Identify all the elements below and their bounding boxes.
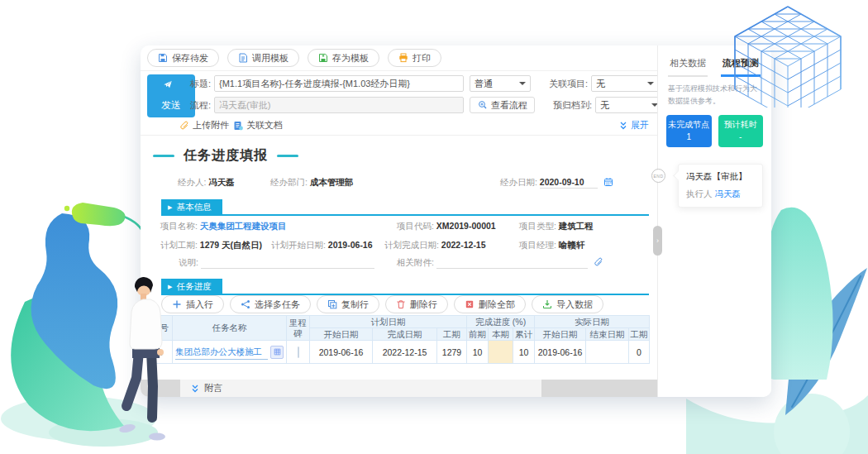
load-template-button[interactable]: 调用模板: [227, 49, 299, 67]
related-doc-link[interactable]: 关联文档: [233, 119, 283, 131]
progress-current-cell[interactable]: [489, 341, 513, 364]
project-name-value[interactable]: 天奥集团工程建设项目: [200, 221, 287, 231]
attachment-input[interactable]: [436, 257, 588, 269]
task-progress-tab[interactable]: ▶任务进度: [161, 279, 222, 294]
delete-row-button[interactable]: 删除行: [385, 295, 448, 313]
priority-value: 普通: [475, 78, 493, 90]
progress-pre-header: 前期: [467, 328, 489, 341]
progress-current-header: 本期: [489, 328, 513, 341]
share-nodes-icon: [241, 299, 250, 309]
actual-start-cell[interactable]: 2019-06-16: [535, 341, 586, 364]
save-template-button[interactable]: 存为模板: [308, 49, 379, 67]
print-button[interactable]: 打印: [388, 49, 441, 67]
flow-label: 流程:: [186, 99, 211, 112]
col-index-header: 序号: [148, 316, 173, 341]
actual-end-cell[interactable]: [586, 341, 629, 364]
title-dash-right: [277, 155, 298, 157]
estimated-time-label: 预计耗时: [718, 118, 764, 131]
document-title: 任务进度填报: [153, 147, 298, 165]
progress-total-cell[interactable]: 10: [513, 341, 535, 364]
save-draft-button[interactable]: 保存待发: [147, 49, 219, 67]
save-template-icon: [318, 53, 328, 63]
expand-link[interactable]: 展开: [618, 119, 649, 131]
pre-archive-value: 无: [600, 99, 609, 112]
plan-finish-value: 2022-12-15: [441, 240, 486, 250]
department-field: 经办部门: 成本管理部: [270, 177, 353, 189]
title-input[interactable]: {M1.1项目名称}-任务进度填报-{M1.03经办日期}: [214, 75, 464, 92]
postscript-label: 附言: [204, 382, 222, 394]
delete-all-button[interactable]: 删除全部: [454, 295, 526, 313]
insert-row-button[interactable]: 插入行: [161, 295, 224, 313]
estimated-time-card[interactable]: 预计耗时 -: [718, 115, 764, 147]
end-node-icon: END: [651, 169, 665, 183]
related-project-select[interactable]: 无: [591, 75, 659, 92]
unfinished-nodes-card[interactable]: 未完成节点 1: [666, 115, 712, 147]
tab-flow-forecast[interactable]: 流程预测: [721, 57, 761, 77]
pre-archive-select[interactable]: 无: [595, 97, 663, 113]
upload-attachment-link[interactable]: 上传附件: [179, 119, 229, 131]
view-flow-button[interactable]: 查看流程: [470, 97, 535, 113]
paperclip-icon[interactable]: [594, 257, 603, 267]
copy-row-label: 复制行: [341, 299, 369, 311]
plan-start-header: 开始日期: [310, 328, 373, 341]
unfinished-nodes-label: 未完成节点: [666, 118, 712, 131]
milestone-checkbox[interactable]: [298, 346, 299, 358]
title-value: {M1.1项目名称}-任务进度填报-{M1.03经办日期}: [219, 78, 410, 90]
sidebar-collapse-handle[interactable]: ›: [653, 226, 662, 256]
handle-date-input[interactable]: 2020-09-10: [540, 177, 598, 189]
actual-end-header: 结束日期: [586, 328, 629, 341]
executor-name-link[interactable]: 冯天磊: [714, 189, 741, 198]
forecast-stat-cards: 未完成节点 1 预计耗时 -: [666, 115, 763, 147]
right-sidebar: › 相关数据 流程预测 基于流程模拟技术和行为大数据提供参考。 未完成节点 1 …: [657, 45, 771, 397]
plan-finish-label: 计划完成日期:: [384, 240, 439, 250]
trash-icon: [396, 299, 406, 309]
project-code-field: 项目代码: XM2019-00001: [397, 221, 496, 232]
task-name-cell: 集团总部办公大楼施工: [173, 341, 287, 364]
app-window: 保存待发 调用模板 存为模板 打印: [141, 45, 771, 397]
flow-node: END 冯天磊【审批】 执行人 冯天磊: [658, 164, 763, 208]
note-input[interactable]: [201, 257, 374, 269]
task-picker-icon[interactable]: [270, 346, 284, 359]
basic-info-title: 基本信息: [176, 202, 211, 212]
task-table: 序号 任务名称 里程碑 计划日期 完成进度 (%) 实际日期 开始日期 完成日期…: [147, 315, 650, 364]
load-template-icon: [238, 53, 248, 63]
view-flow-label: 查看流程: [491, 99, 527, 112]
copy-icon: [327, 299, 337, 309]
plan-finish-field: 计划完成日期: 2022-12-15: [384, 240, 486, 251]
basic-info-section-header: ▶基本信息: [161, 198, 649, 216]
actual-duration-cell[interactable]: 0: [629, 341, 650, 364]
form-header: 发送 标题: {M1.1项目名称}-任务进度填报-{M1.03经办日期} 普通 …: [141, 71, 657, 136]
priority-select[interactable]: 普通: [470, 75, 531, 92]
project-type-field: 项目类型: 建筑工程: [519, 221, 594, 232]
task-progress-title: 任务进度: [176, 281, 211, 291]
calendar-icon[interactable]: [603, 177, 613, 187]
import-tray-icon: [542, 299, 552, 309]
basic-info-tab[interactable]: ▶基本信息: [161, 199, 222, 215]
double-chevron-down-icon: [618, 121, 628, 131]
progress-pre-cell[interactable]: 10: [467, 341, 489, 364]
department-label: 经办部门:: [270, 177, 308, 187]
estimated-time-value: -: [718, 131, 764, 143]
attachment-label: 相关附件:: [397, 257, 434, 267]
plan-duration-cell[interactable]: 1279: [437, 341, 467, 364]
horizontal-scrollbar[interactable]: 附言: [141, 380, 657, 397]
plan-start-cell[interactable]: 2019-06-16: [310, 341, 373, 364]
flow-node-card[interactable]: 冯天磊【审批】 执行人 冯天磊: [678, 164, 763, 208]
document-link-icon: [233, 121, 243, 131]
copy-row-button[interactable]: 复制行: [317, 295, 379, 313]
select-multi-task-label: 选择多任务: [255, 299, 300, 311]
plan-finish-cell[interactable]: 2022-12-15: [373, 341, 437, 364]
attachment-field: 相关附件:: [397, 257, 603, 269]
project-code-label: 项目代码:: [397, 221, 434, 231]
group-progress-header: 完成进度 (%): [467, 316, 535, 328]
postscript-bar[interactable]: 附言: [180, 380, 541, 397]
chevron-down-icon: [647, 82, 654, 85]
upload-attachment-label: 上传附件: [193, 119, 229, 131]
plan-duration-field: 计划工期: 1279 天(自然日): [160, 240, 262, 251]
main-panel: 保存待发 调用模板 存为模板 打印: [141, 45, 657, 397]
import-data-button[interactable]: 导入数据: [532, 295, 603, 313]
task-name-input[interactable]: 集团总部办公大楼施工: [175, 345, 268, 360]
tab-related-data[interactable]: 相关数据: [668, 57, 708, 77]
select-multi-task-button[interactable]: 选择多任务: [230, 295, 311, 313]
title-label: 标题:: [186, 78, 211, 90]
